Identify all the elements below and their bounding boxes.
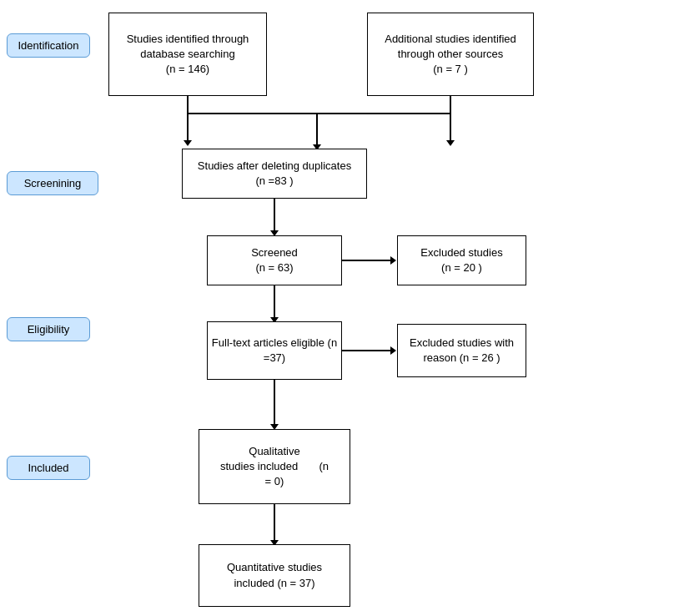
arrow-fulltext-right	[342, 350, 392, 351]
box-quantitative: Quantitative studies included (n = 37)	[199, 544, 350, 607]
arrow-screen-down	[274, 285, 275, 319]
arrow-fulltext-down	[274, 380, 275, 426]
box-db-search: Studies identified through database sear…	[108, 13, 267, 96]
arrow-center-v	[316, 113, 318, 146]
box-after-duplicates: Studies after deleting duplicates (n =83…	[182, 149, 367, 199]
arrow-top-h	[187, 113, 450, 114]
arrow-screened-right	[342, 260, 392, 261]
arrow-dup-down	[274, 199, 275, 232]
arrow-other-down	[450, 96, 451, 142]
label-included: Included	[7, 456, 90, 480]
box-qualitative: Qualitative studies included (n = 0)	[199, 429, 350, 504]
box-other-sources: Additional studies identified through ot…	[367, 13, 534, 96]
arrowhead-screened-right	[390, 256, 396, 265]
label-eligibility: Eligibility	[7, 317, 90, 341]
box-excluded-studies: Excluded studies (n = 20 )	[397, 235, 526, 285]
box-full-text: Full-text articles eligible (n =37)	[207, 321, 342, 380]
arrowhead-other-down	[446, 140, 455, 146]
prisma-flow-diagram: Identification Screenining Eligibility I…	[0, 0, 674, 616]
arrowhead-fulltext-right	[390, 346, 396, 355]
label-screening: Screenining	[7, 171, 98, 195]
box-excluded-reason: Excluded studies with reason (n = 26 )	[397, 324, 526, 377]
arrow-db-down	[187, 96, 189, 142]
label-identification: Identification	[7, 33, 90, 58]
arrow-qual-down	[274, 504, 275, 542]
arrowhead-db-down	[184, 140, 192, 146]
box-screened: Screened (n = 63)	[207, 235, 342, 285]
